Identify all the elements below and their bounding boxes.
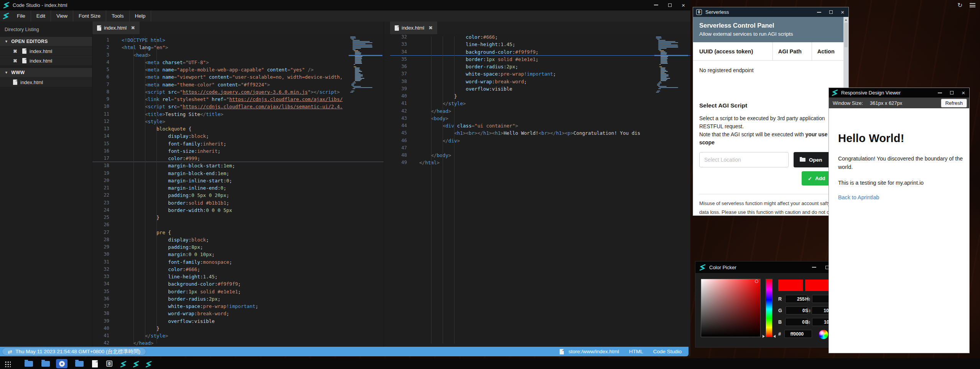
code-line[interactable]: 34 background-color:#f9f9f9; <box>92 280 384 288</box>
code-line[interactable]: 4 <meta charset="UTF-8"> <box>92 59 384 66</box>
code-line[interactable]: 29 padding:8px; <box>92 243 384 251</box>
red-input[interactable]: 255 <box>785 295 807 303</box>
code-line[interactable]: 3 <head> <box>92 51 384 59</box>
code-line[interactable]: 34 background-color:#f9f9f9; <box>390 48 690 56</box>
code-line[interactable]: 33 line-height:1.45; <box>92 273 384 280</box>
code-line[interactable]: 39 overflow:visible <box>92 318 384 325</box>
code-line[interactable]: 36 border-radius:2px; <box>92 295 384 303</box>
datetime-badge[interactable]: ⇄ Thu May 11 2023 21:54:48 GMT+0800 (台北標… <box>2 347 146 356</box>
code-line[interactable]: 42 </head> <box>92 339 384 347</box>
folder-icon[interactable] <box>41 361 50 367</box>
code-line[interactable]: 26 <box>92 221 384 228</box>
code-line[interactable]: 1<!DOCTYPE html> <box>92 36 384 44</box>
code-line[interactable]: 7 <meta name="theme-color" content="#ff9… <box>92 81 384 88</box>
code-studio-app-icon[interactable] <box>133 361 139 367</box>
document-icon[interactable] <box>92 360 98 367</box>
code-line[interactable]: 19 margin-block-end:1em; <box>92 170 384 177</box>
code-lines[interactable]: 32 color:#666;33 line-height:1.45;34 bac… <box>390 34 690 167</box>
minimap[interactable] <box>350 36 381 93</box>
code-line[interactable]: 45 <h1><br></h1><h1>Hello World!<br></h1… <box>390 129 690 137</box>
maximize-icon[interactable] <box>950 91 954 94</box>
saturation-value-field[interactable] <box>701 279 761 337</box>
code-line[interactable]: 42 </head> <box>390 108 690 115</box>
code-line[interactable]: 41 </style> <box>390 100 690 107</box>
code-line[interactable]: 6 <meta name="viewport" content="user-sc… <box>92 73 384 81</box>
code-line[interactable]: 35 border:1px solid #e1e1e1; <box>92 288 384 295</box>
tab-index-html[interactable]: index.html ✖ <box>92 22 140 34</box>
sidebar-section-www[interactable]: ▼ WWW <box>0 68 92 77</box>
serverless-app-icon[interactable]: 0 <box>106 361 112 367</box>
minimize-icon[interactable] <box>817 12 821 13</box>
code-line[interactable]: 35 border:1px solid #e1e1e1; <box>390 56 690 63</box>
code-line[interactable]: 5 <meta name="apple-mobile-web-app-capab… <box>92 66 384 73</box>
code-line[interactable]: 33 line-height:1.45; <box>390 41 690 48</box>
file-tree-item[interactable]: index.html <box>0 78 92 87</box>
hue-marker-left-icon[interactable] <box>763 335 765 338</box>
code-line[interactable]: 36 border-radius:2px; <box>390 63 690 70</box>
refresh-icon[interactable]: ↻ <box>957 2 962 9</box>
menu-file[interactable]: File <box>12 10 31 22</box>
code-line[interactable]: 8 <script src="https://code.jquery.com/j… <box>92 88 384 96</box>
menu-edit[interactable]: Edit <box>31 10 51 22</box>
code-editor[interactable]: 1<!DOCTYPE html>2<html lang="en">3 <head… <box>92 34 384 347</box>
open-editor-item[interactable]: ✖ index.html <box>0 56 92 65</box>
hue-slider[interactable] <box>766 279 772 337</box>
code-line[interactable]: 38 word-wrap:break-word; <box>92 310 384 317</box>
folder-icon[interactable] <box>25 361 33 367</box>
code-studio-app-icon[interactable] <box>145 361 152 367</box>
close-icon[interactable]: × <box>962 90 965 96</box>
code-line[interactable]: 31 font-family:monospace; <box>92 258 384 266</box>
code-line[interactable]: 2<html lang="en"> <box>92 44 384 51</box>
code-line[interactable]: 9 <link rel="stylesheet" href="https://c… <box>92 96 384 103</box>
status-app-name[interactable]: Code Studio <box>653 349 682 354</box>
code-line[interactable]: 49</html> <box>390 159 690 166</box>
code-line[interactable]: 12 <style> <box>92 118 384 125</box>
minimize-icon[interactable] <box>654 5 658 5</box>
menu-help[interactable]: Help <box>130 10 152 22</box>
code-line[interactable]: 23 border:solid #b1b1b1; <box>92 199 384 207</box>
back-to-aprintlab-link[interactable]: Back to Aprintlab <box>838 194 964 200</box>
hex-input[interactable]: ff0000 <box>784 330 812 338</box>
open-editor-item[interactable]: ✖ index.html <box>0 46 92 56</box>
code-line[interactable]: 40 } <box>390 93 690 100</box>
code-line[interactable]: 27 pre { <box>92 229 384 236</box>
tab-index-html[interactable]: index.html ✖ <box>390 22 437 34</box>
color-cursor[interactable] <box>755 280 758 283</box>
menu-view[interactable]: View <box>51 10 73 22</box>
blue-input[interactable]: 0 <box>785 318 807 326</box>
folder-icon[interactable] <box>75 361 84 367</box>
code-line[interactable]: 13 blockquote { <box>92 125 384 132</box>
menu-icon[interactable] <box>970 3 975 7</box>
close-icon[interactable]: × <box>682 2 685 8</box>
code-line[interactable]: 40 } <box>92 325 384 332</box>
menu-tools[interactable]: Tools <box>106 10 130 22</box>
scroll-up-icon[interactable]: ▲ <box>843 17 848 22</box>
code-line[interactable]: 16 font-size:inherit; <box>92 147 384 155</box>
code-line[interactable]: 43 <body> <box>390 115 690 122</box>
code-line[interactable]: 32 color:#666; <box>92 266 384 273</box>
hue-marker-right-icon[interactable] <box>773 335 776 338</box>
code-line[interactable]: 37 white-space:pre-wrap!important; <box>92 303 384 310</box>
close-icon[interactable]: × <box>841 9 844 15</box>
maximize-icon[interactable] <box>829 10 833 14</box>
code-line[interactable]: 38 word-wrap:break-word; <box>390 78 690 85</box>
code-line[interactable]: 17 color:#999; <box>92 155 384 162</box>
minimap[interactable] <box>656 36 687 93</box>
close-icon[interactable]: ✖ <box>428 25 433 31</box>
code-line[interactable]: 22 padding:0 5px 0 20px; <box>92 192 384 199</box>
code-line[interactable]: 20 margin-inline-start:0; <box>92 177 384 184</box>
status-file-path[interactable]: store:/www/index.html <box>568 349 619 354</box>
code-line[interactable]: 21 margin-inline-end:0; <box>92 184 384 192</box>
code-line[interactable]: 14 display:block; <box>92 132 384 140</box>
status-language[interactable]: HTML <box>629 349 643 354</box>
code-line[interactable]: 32 color:#666; <box>390 34 690 41</box>
code-line[interactable]: 28 display:block; <box>92 236 384 243</box>
app-launcher-icon[interactable] <box>4 361 11 367</box>
script-location-input[interactable] <box>699 152 789 167</box>
menu-font-size[interactable]: Font Size <box>73 10 106 22</box>
close-icon[interactable]: ✖ <box>13 49 18 54</box>
minimize-icon[interactable] <box>938 93 942 93</box>
disc-search-icon[interactable] <box>56 359 68 368</box>
color-wheel-icon[interactable] <box>819 330 828 339</box>
sidebar-section-open-editors[interactable]: ▼ OPEN EDITORS <box>0 37 92 46</box>
